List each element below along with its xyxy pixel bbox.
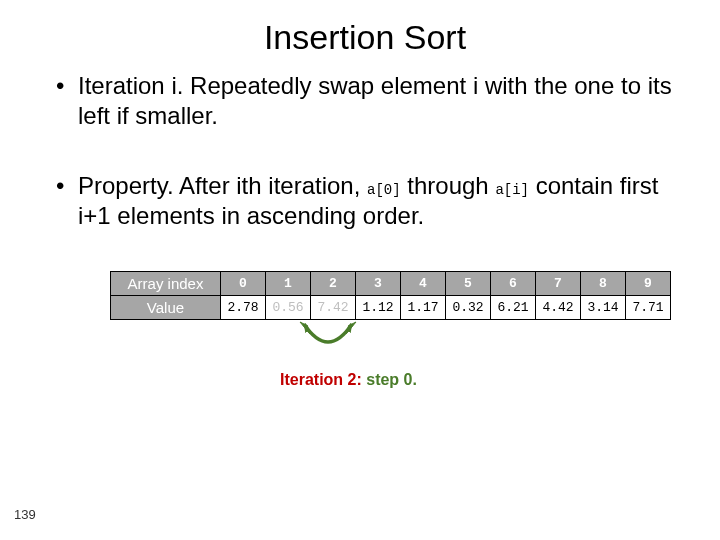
iteration-number: Iteration 2: [280,371,362,388]
idx-6: 6 [491,272,536,296]
code-ai: a[i] [495,182,529,198]
slide-title: Insertion Sort [50,18,680,57]
val-9: 7.71 [626,296,671,320]
idx-3: 3 [356,272,401,296]
iteration-step: step 0. [362,371,417,388]
idx-1: 1 [266,272,311,296]
idx-2: 2 [311,272,356,296]
idx-8: 8 [581,272,626,296]
idx-7: 7 [536,272,581,296]
iteration-label: Iteration 2: step 0. [280,371,680,389]
index-row: Array index 0 1 2 3 4 5 6 7 8 9 [111,272,671,296]
bullet-2-text-b: through [401,172,496,199]
value-row-label: Value [111,296,221,320]
val-5: 0.32 [446,296,491,320]
bullet-list: Iteration i. Repeatedly swap element i w… [50,71,680,231]
val-4: 1.17 [401,296,446,320]
val-2: 7.42 [311,296,356,320]
bullet-1: Iteration i. Repeatedly swap element i w… [50,71,680,131]
idx-5: 5 [446,272,491,296]
val-0: 2.78 [221,296,266,320]
idx-9: 9 [626,272,671,296]
val-8: 3.14 [581,296,626,320]
array-table: Array index 0 1 2 3 4 5 6 7 8 9 Value 2.… [110,271,671,320]
bullet-2: Property. After ith iteration, a[0] thro… [50,171,680,231]
code-a0: a[0] [367,182,401,198]
val-1: 0.56 [266,296,311,320]
value-row: Value 2.78 0.56 7.42 1.12 1.17 0.32 6.21… [111,296,671,320]
idx-4: 4 [401,272,446,296]
page-number: 139 [14,507,36,522]
index-row-label: Array index [111,272,221,296]
val-3: 1.12 [356,296,401,320]
array-table-wrap: Array index 0 1 2 3 4 5 6 7 8 9 Value 2.… [110,271,680,389]
swap-arrow-icon [280,320,380,364]
bullet-2-text-a: Property. After ith iteration, [78,172,367,199]
val-7: 4.42 [536,296,581,320]
val-6: 6.21 [491,296,536,320]
idx-0: 0 [221,272,266,296]
swap-arrow-wrap [280,320,680,365]
